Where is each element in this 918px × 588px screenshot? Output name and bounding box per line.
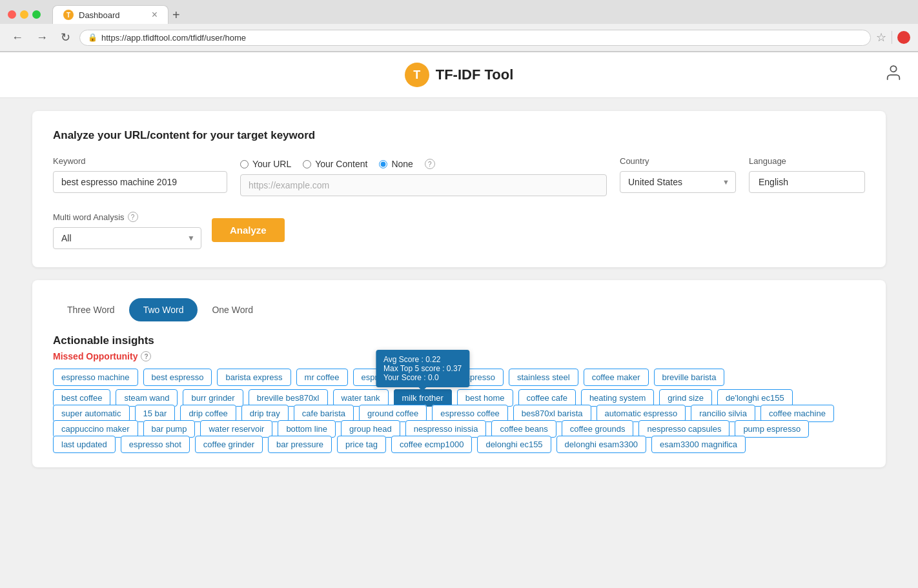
tag-wrapper-water-tank: water tank: [333, 392, 389, 403]
keyword-input[interactable]: [53, 171, 227, 193]
radio-your-url-input[interactable]: [240, 160, 249, 168]
tab-close-button[interactable]: ×: [152, 10, 158, 20]
tag-burr-grinder[interactable]: burr grinder: [183, 389, 243, 407]
tag-price-tag[interactable]: price tag: [337, 436, 386, 453]
tag-delonghi-ec155-2[interactable]: delonghi ec155: [477, 436, 551, 453]
tag-wrapper-breville-bes870xl: breville bes870xl: [249, 392, 328, 403]
maximize-window-button[interactable]: [32, 10, 41, 19]
tag-wrapper-coffee-grinder: coffee grinder: [195, 439, 263, 449]
tag-wrapper-price-tag: price tag: [337, 439, 386, 449]
missed-opportunity-help-icon[interactable]: ?: [141, 351, 151, 361]
tag-best-home[interactable]: best home: [457, 389, 513, 407]
tag-coffee-ecmp1000[interactable]: coffee ecmp1000: [391, 436, 473, 453]
tag-wrapper-drip-tray: drip tray: [241, 408, 289, 418]
tag-grind-size[interactable]: grind size: [659, 389, 712, 407]
tag-best-coffee[interactable]: best coffee: [53, 389, 110, 407]
address-bar[interactable]: 🔒: [79, 30, 871, 46]
tag-coffee-machine[interactable]: coffee machine: [760, 405, 834, 422]
tag-last-updated[interactable]: last updated: [53, 436, 116, 453]
url-input[interactable]: [101, 33, 862, 43]
svg-point-0: [890, 66, 896, 72]
tag-delonghi-ec155[interactable]: de'longhi ec155: [717, 389, 793, 407]
tag-bar-pump[interactable]: bar pump: [143, 420, 196, 438]
reload-button[interactable]: ↻: [57, 28, 74, 47]
back-button[interactable]: ←: [8, 28, 27, 47]
radio-your-url-label: Your URL: [252, 159, 291, 169]
tag-water-reservoir[interactable]: water reservoir: [200, 420, 272, 438]
tag-nespresso-inissia[interactable]: nespresso inissia: [405, 420, 487, 438]
analyze-button[interactable]: Analyze: [212, 218, 285, 242]
tag-mr-coffee[interactable]: mr coffee: [296, 369, 348, 386]
tag-drip-coffee[interactable]: drip coffee: [180, 405, 236, 422]
tag-coffee-cafe[interactable]: coffee cafe: [518, 389, 576, 407]
tag-ground-coffee[interactable]: ground coffee: [359, 405, 427, 422]
tag-bar-pressure[interactable]: bar pressure: [268, 436, 332, 453]
multiword-help-icon[interactable]: ?: [128, 212, 138, 222]
tag-water-tank[interactable]: water tank: [333, 389, 389, 407]
forward-button[interactable]: →: [32, 28, 52, 47]
tag-nespresso-capsules[interactable]: nespresso capsules: [638, 420, 729, 438]
bookmark-button[interactable]: ☆: [876, 30, 886, 45]
tag-best-espresso[interactable]: best espresso: [143, 369, 212, 386]
tag-cappuccino-maker[interactable]: cappuccino maker: [53, 420, 138, 438]
tag-delonghi-esam3300[interactable]: delonghi esam3300: [556, 436, 646, 453]
keyword-group: Keyword: [53, 156, 227, 193]
multiword-select[interactable]: All Two Word Three Word One Word: [53, 227, 201, 249]
tag-automatic-espresso[interactable]: automatic espresso: [597, 405, 686, 422]
new-tab-button[interactable]: +: [172, 8, 180, 23]
tab-one-word[interactable]: One Word: [198, 298, 267, 321]
tag-breville-bes870xl[interactable]: breville bes870xl: [249, 389, 328, 407]
tag-15-bar[interactable]: 15 bar: [135, 405, 176, 422]
tag-coffee-beans[interactable]: coffee beans: [491, 420, 556, 438]
radio-your-content[interactable]: Your Content: [303, 159, 367, 169]
tag-steam-wand[interactable]: steam wand: [116, 389, 178, 407]
tag-stainless-steel[interactable]: stainless steel: [509, 369, 578, 386]
radio-your-url[interactable]: Your URL: [240, 159, 291, 169]
main-content: Analyze your URL/content for your target…: [0, 98, 918, 493]
radio-none-label: None: [391, 159, 413, 169]
radio-none-input[interactable]: [379, 160, 387, 168]
url-mode-help-icon[interactable]: ?: [425, 159, 435, 169]
active-tab[interactable]: T Dashboard ×: [52, 5, 168, 24]
radio-your-content-label: Your Content: [315, 159, 367, 169]
tag-breville-barista[interactable]: breville barista: [654, 369, 725, 386]
tab-two-word[interactable]: Two Word: [129, 298, 198, 321]
tag-espresso-coffee[interactable]: espresso coffee: [432, 405, 508, 422]
tag-coffee-grounds[interactable]: coffee grounds: [562, 420, 634, 438]
tag-wrapper-bar-pressure: bar pressure: [268, 439, 332, 449]
tab-three-word[interactable]: Three Word: [53, 298, 129, 321]
tag-group-head[interactable]: group head: [341, 420, 400, 438]
browser-tabs: T Dashboard × +: [52, 5, 180, 24]
tag-pump-espresso[interactable]: pump espresso: [735, 420, 809, 438]
radio-none[interactable]: None: [379, 159, 413, 169]
user-icon[interactable]: [884, 64, 903, 86]
tag-wrapper-group-head: group head: [341, 423, 400, 434]
tag-cafe-barista[interactable]: cafe barista: [294, 405, 354, 422]
tag-espresso-machine[interactable]: espresso machine: [53, 369, 138, 386]
tag-rancilio-silvia[interactable]: rancilio silvia: [691, 405, 755, 422]
tag-bes870xl-barista[interactable]: bes870xl barista: [513, 405, 591, 422]
tags-container: espresso machine best espresso barista e…: [53, 372, 865, 449]
app-title: TF-IDF Tool: [436, 66, 514, 83]
minimize-window-button[interactable]: [20, 10, 28, 19]
tag-heating-system[interactable]: heating system: [581, 389, 654, 407]
url-input-field[interactable]: [240, 174, 607, 196]
radio-your-content-input[interactable]: [303, 160, 311, 168]
tag-wrapper-coffee-cafe: coffee cafe: [518, 392, 576, 403]
tag-wrapper-coffee-ecmp1000: coffee ecmp1000: [391, 439, 473, 449]
tag-wrapper-automatic-espresso: automatic espresso: [597, 408, 686, 418]
tag-drip-tray[interactable]: drip tray: [241, 405, 289, 422]
tag-coffee-maker[interactable]: coffee maker: [584, 369, 649, 386]
analyze-form-card: Analyze your URL/content for your target…: [32, 111, 886, 267]
tag-coffee-grinder[interactable]: coffee grinder: [195, 436, 263, 453]
tag-wrapper-espresso-shot: espresso shot: [121, 439, 190, 449]
close-window-button[interactable]: [8, 10, 16, 19]
tag-espresso-shot[interactable]: espresso shot: [121, 436, 190, 453]
tag-bottom-line[interactable]: bottom line: [278, 420, 336, 438]
tag-super-automatic[interactable]: super automatic: [53, 405, 130, 422]
tag-esam3300-magnifica[interactable]: esam3300 magnifica: [651, 436, 746, 453]
radio-group: Your URL Your Content None ?: [240, 156, 607, 169]
browser-extension[interactable]: [897, 31, 910, 44]
tag-barista-express[interactable]: barista express: [217, 369, 291, 386]
country-select[interactable]: United States: [620, 171, 736, 193]
